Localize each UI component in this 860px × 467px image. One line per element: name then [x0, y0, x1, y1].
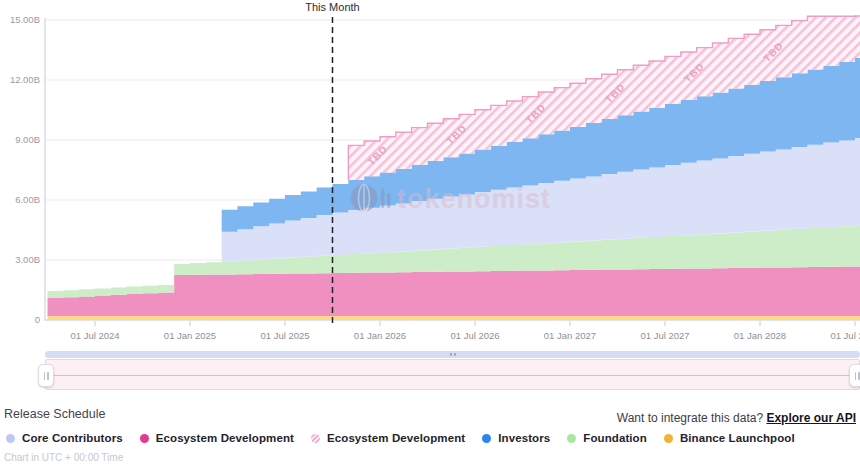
x-axis-tick-label: 01 Jan 2025 — [164, 330, 216, 341]
tokenomist-release-schedule-page: { "header": { "this_month_label": "This … — [0, 0, 860, 467]
legend-label: Ecosystem Development — [156, 432, 294, 444]
legend-label: Binance Launchpool — [680, 432, 795, 444]
this-month-label: This Month — [305, 1, 359, 13]
legend-label: Investors — [498, 432, 550, 444]
api-callout: Want to integrate this data? Explore our… — [617, 411, 856, 425]
x-axis-tick-label: 01 Jul 2027 — [640, 330, 689, 341]
x-axis-tick-label: 01 Jul 2026 — [450, 330, 499, 341]
hatched-series-dot-icon — [311, 434, 320, 443]
series-dot-icon — [567, 434, 576, 443]
stacked-area-chart-canvas[interactable]: 03.00B6.00B9.00B12.00B15.00BTBDTBDTBDTBD… — [0, 0, 860, 345]
legend-item-ecosystem-development[interactable]: Ecosystem Development — [311, 432, 465, 444]
legend-item-core-contributors[interactable]: Core Contributors — [6, 432, 123, 444]
drag-handle-icon — [855, 372, 860, 380]
series-dot-icon — [482, 434, 491, 443]
y-axis-tick-label: 15.00B — [10, 14, 40, 25]
y-axis-tick-label: 6.00B — [15, 194, 40, 205]
explore-api-link[interactable]: Explore our API — [766, 411, 856, 425]
x-axis-tick-label: 01 Jul 2028 — [830, 330, 860, 341]
y-axis-tick-label: 0 — [35, 314, 40, 325]
x-axis-tick-label: 01 Jan 2028 — [734, 330, 786, 341]
timezone-note: Chart in UTC + 00:00 Time — [4, 452, 123, 463]
navigator-right-handle[interactable] — [849, 364, 860, 387]
chart-range-navigator[interactable] — [45, 359, 860, 390]
x-axis-tick-label: 01 Jul 2025 — [260, 330, 309, 341]
watermark-brand-text: tokenomist — [397, 184, 551, 214]
y-axis-tick-label: 9.00B — [15, 134, 40, 145]
section-title: Release Schedule — [4, 407, 105, 421]
x-axis-tick-label: 01 Jan 2026 — [354, 330, 406, 341]
legend-label: Ecosystem Development — [327, 432, 465, 444]
grip-dots-icon — [450, 353, 456, 356]
legend-label: Core Contributors — [22, 432, 123, 444]
x-axis-tick-label: 01 Jan 2027 — [544, 330, 596, 341]
legend-item-ecosystem-development[interactable]: Ecosystem Development — [140, 432, 294, 444]
y-axis-tick-label: 12.00B — [10, 74, 40, 85]
legend-item-binance-launchpool[interactable]: Binance Launchpool — [664, 432, 795, 444]
chart-zoom-scrollbar[interactable] — [45, 351, 860, 358]
navigator-left-handle[interactable] — [38, 364, 54, 387]
legend-item-investors[interactable]: Investors — [482, 432, 550, 444]
chart-legend: Core ContributorsEcosystem DevelopmentEc… — [6, 432, 795, 444]
series-dot-icon — [140, 434, 149, 443]
release-schedule-chart[interactable]: 03.00B6.00B9.00B12.00B15.00BTBDTBDTBDTBD… — [0, 0, 860, 345]
area-binance-launchpool — [48, 316, 860, 320]
series-dot-icon — [6, 434, 15, 443]
legend-item-foundation[interactable]: Foundation — [567, 432, 647, 444]
y-axis-tick-label: 3.00B — [15, 254, 40, 265]
drag-handle-icon — [44, 372, 49, 380]
legend-label: Foundation — [583, 432, 647, 444]
navigator-midline — [46, 375, 859, 376]
x-axis-tick-label: 01 Jul 2024 — [70, 330, 119, 341]
api-prompt-text: Want to integrate this data? — [617, 411, 763, 425]
series-dot-icon — [664, 434, 673, 443]
